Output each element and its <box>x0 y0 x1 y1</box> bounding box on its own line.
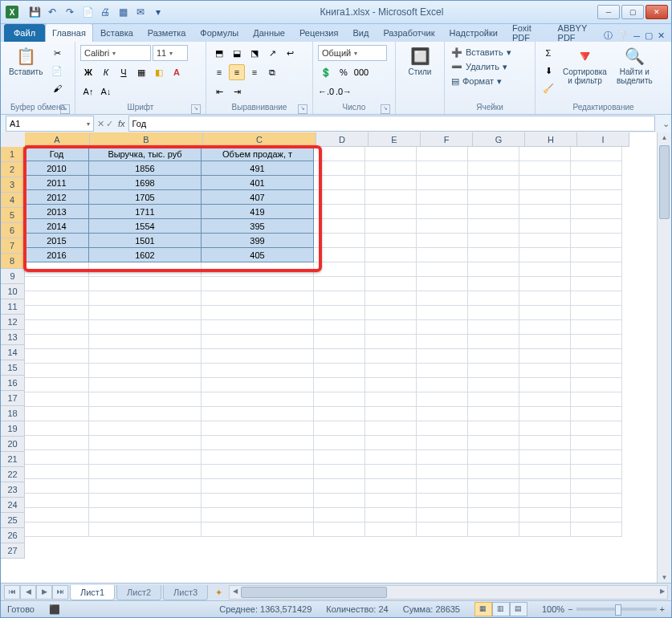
cell[interactable] <box>314 494 365 508</box>
percent-button[interactable]: % <box>336 64 352 80</box>
cell[interactable] <box>365 508 417 522</box>
cell[interactable] <box>314 450 365 465</box>
cell[interactable]: 2012 <box>25 190 89 205</box>
select-all-corner[interactable] <box>1 132 26 148</box>
cell[interactable] <box>314 277 365 291</box>
enter-formula[interactable]: ✓ <box>106 119 113 129</box>
italic-button[interactable]: К <box>98 64 114 80</box>
currency-button[interactable]: 💲 <box>318 64 334 80</box>
align-middle[interactable]: ⬓ <box>229 45 245 61</box>
cell[interactable] <box>571 392 622 407</box>
sheet-tab-active[interactable]: Лист1 <box>70 585 115 600</box>
cell[interactable]: 401 <box>202 176 314 190</box>
row-header[interactable]: 19 <box>1 421 25 437</box>
cell[interactable] <box>417 436 468 450</box>
cell[interactable] <box>571 378 622 392</box>
merge-button[interactable]: ⧉ <box>264 64 280 80</box>
cell[interactable] <box>365 364 417 378</box>
scroll-up-icon[interactable]: ▲ <box>658 132 671 144</box>
row-header[interactable]: 25 <box>1 513 25 528</box>
cell[interactable] <box>417 262 468 277</box>
cell[interactable] <box>202 494 314 508</box>
cell[interactable] <box>519 508 571 522</box>
cell[interactable] <box>468 522 519 537</box>
cell[interactable] <box>365 522 417 537</box>
cell[interactable] <box>314 407 365 421</box>
row-header[interactable]: 13 <box>1 330 25 345</box>
tab-home[interactable]: Главная <box>45 23 93 42</box>
cell[interactable] <box>202 450 314 465</box>
cell[interactable] <box>314 349 365 364</box>
cell[interactable] <box>365 219 417 234</box>
cell[interactable] <box>417 508 468 522</box>
cell[interactable] <box>468 190 519 205</box>
horizontal-scrollbar[interactable]: ◀ ▶ <box>229 585 668 600</box>
font-name-combo[interactable]: Calibri▾ <box>80 45 151 61</box>
cell[interactable] <box>417 465 468 479</box>
row-header[interactable]: 18 <box>1 406 25 421</box>
cell[interactable] <box>25 508 89 522</box>
cell[interactable] <box>417 234 468 248</box>
launcher-icon[interactable]: ↘ <box>381 104 390 114</box>
cell[interactable]: 1501 <box>89 234 202 248</box>
cell[interactable] <box>571 522 622 537</box>
cell[interactable] <box>468 349 519 364</box>
row-header[interactable]: 2 <box>1 162 25 177</box>
cell[interactable] <box>519 436 571 450</box>
cell[interactable] <box>314 508 365 522</box>
column-header[interactable]: E <box>369 132 421 147</box>
cell[interactable] <box>89 335 202 349</box>
cell[interactable] <box>365 421 417 436</box>
column-header[interactable]: G <box>473 132 525 147</box>
cell[interactable] <box>25 277 89 291</box>
tab-layout[interactable]: Разметка <box>141 23 193 42</box>
cell[interactable] <box>468 508 519 522</box>
cell[interactable] <box>89 465 202 479</box>
row-header[interactable]: 26 <box>1 528 25 543</box>
cell[interactable]: 1711 <box>89 205 202 219</box>
cell[interactable] <box>417 248 468 262</box>
sheet-tab[interactable]: Лист3 <box>163 585 208 600</box>
font-color-button[interactable]: A <box>169 64 185 80</box>
cell[interactable]: 1602 <box>89 248 202 262</box>
cell[interactable] <box>365 291 417 306</box>
cell[interactable] <box>519 349 571 364</box>
cell[interactable]: 1554 <box>89 219 202 234</box>
row-header[interactable]: 27 <box>1 543 25 559</box>
row-header[interactable]: 22 <box>1 467 25 482</box>
cell[interactable] <box>417 378 468 392</box>
page-break-view-button[interactable]: ▤ <box>510 602 527 616</box>
cell[interactable] <box>89 364 202 378</box>
cell[interactable] <box>519 190 571 205</box>
cell[interactable] <box>314 147 365 161</box>
cell[interactable] <box>25 320 89 335</box>
cell[interactable] <box>202 407 314 421</box>
cell[interactable]: 2016 <box>25 248 89 262</box>
cell[interactable] <box>25 291 89 306</box>
cell[interactable] <box>417 407 468 421</box>
cell[interactable] <box>202 291 314 306</box>
cell[interactable] <box>417 450 468 465</box>
row-header[interactable]: 8 <box>1 254 25 269</box>
cell[interactable] <box>365 479 417 494</box>
cell[interactable] <box>89 306 202 320</box>
zoom-slider[interactable] <box>576 608 657 611</box>
cell[interactable] <box>202 364 314 378</box>
cell[interactable] <box>468 494 519 508</box>
cell[interactable] <box>365 205 417 219</box>
qat-save[interactable]: 💾 <box>26 4 43 20</box>
cell[interactable] <box>571 219 622 234</box>
cell[interactable] <box>417 190 468 205</box>
cell[interactable] <box>25 522 89 537</box>
cell[interactable]: 395 <box>202 219 314 234</box>
cell[interactable] <box>365 378 417 392</box>
row-header[interactable]: 5 <box>1 208 25 223</box>
cell[interactable] <box>365 147 417 161</box>
scroll-thumb[interactable] <box>659 145 670 219</box>
cell[interactable] <box>25 450 89 465</box>
expand-formula-bar[interactable]: ⌄ <box>660 119 671 129</box>
grow-font[interactable]: A↑ <box>80 83 96 100</box>
cell[interactable] <box>25 335 89 349</box>
cell[interactable] <box>417 176 468 190</box>
maximize-button[interactable]: ▢ <box>621 5 644 19</box>
